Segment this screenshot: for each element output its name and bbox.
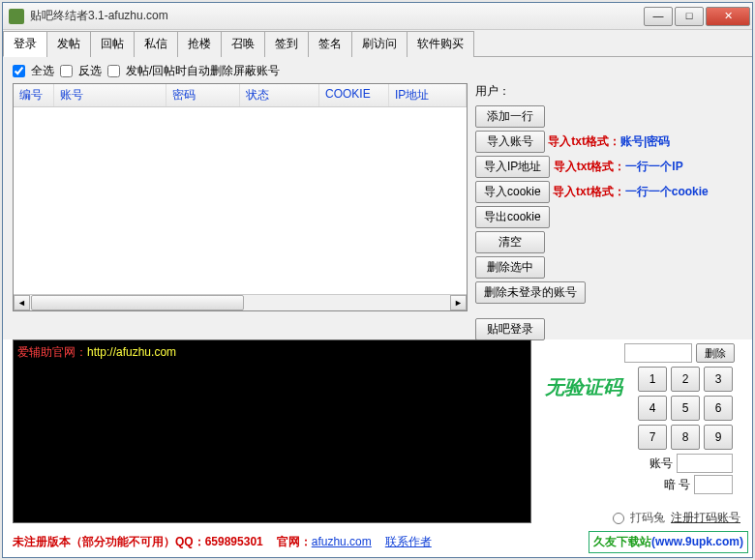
watermark: 久友下载站(www.9upk.com) <box>589 531 748 553</box>
close-button[interactable]: ✕ <box>706 7 750 26</box>
scroll-left-icon[interactable]: ◄ <box>14 295 30 310</box>
titlebar[interactable]: 贴吧终结者3.1-afuzhu.com — □ ✕ <box>3 3 752 30</box>
select-all-label: 全选 <box>31 63 54 79</box>
import-ip-button[interactable]: 导入IP地址 <box>475 156 550 178</box>
console-url: http://afuzhu.com <box>87 345 176 359</box>
contact-link[interactable]: 联系作者 <box>385 534 432 550</box>
account-label: 账号 <box>649 456 673 472</box>
import-cookie-button[interactable]: 导入cookie <box>475 181 550 203</box>
tab-login[interactable]: 登录 <box>3 31 47 57</box>
hint-acct-b: 账号|密码 <box>620 134 670 148</box>
numpad-1[interactable]: 1 <box>638 367 667 392</box>
dama-password-input[interactable] <box>694 475 733 494</box>
tieba-login-button[interactable]: 贴吧登录 <box>475 318 545 340</box>
site-label: 官网： <box>277 535 312 548</box>
export-cookie-button[interactable]: 导出cookie <box>475 206 550 228</box>
watermark-name: 久友下载站 <box>593 535 651 548</box>
tab-signin[interactable]: 签到 <box>264 31 309 57</box>
hint-cookie-a: 导入txt格式： <box>553 185 625 198</box>
tab-summon[interactable]: 召唤 <box>221 31 265 57</box>
numpad-7[interactable]: 7 <box>638 425 667 450</box>
delete-unlogged-button[interactable]: 删除未登录的账号 <box>475 281 586 304</box>
import-account-button[interactable]: 导入账号 <box>475 131 545 153</box>
auto-delete-checkbox[interactable] <box>107 65 120 77</box>
scroll-track[interactable] <box>245 295 450 310</box>
watermark-url: (www.9upk.com) <box>651 535 743 548</box>
numpad-4[interactable]: 4 <box>638 396 667 421</box>
hint-acct-a: 导入txt格式： <box>548 134 620 148</box>
console-output[interactable]: 爱辅助官网：http://afuzhu.com <box>13 339 531 523</box>
invert-label: 反选 <box>78 63 102 79</box>
dama-radio[interactable] <box>613 513 624 524</box>
site-link[interactable]: afuzhu.com <box>312 535 372 548</box>
scroll-thumb[interactable] <box>31 295 244 310</box>
numpad-3[interactable]: 3 <box>704 367 733 392</box>
tab-grab[interactable]: 抢楼 <box>177 31 222 57</box>
invert-checkbox[interactable] <box>60 65 73 77</box>
accounts-table: 编号 账号 密码 状态 COOKIE IP地址 ◄ ► <box>13 83 468 311</box>
lower-panel: 爱辅助官网：http://afuzhu.com 删除 无验证码 1 2 3 4 … <box>3 339 752 528</box>
tab-bar: 登录 发帖 回帖 私信 抢楼 召唤 签到 签名 刷访问 软件购买 <box>3 30 752 57</box>
th-status[interactable]: 状态 <box>240 84 319 106</box>
auto-delete-label: 发帖/回帖时自动删除屏蔽账号 <box>126 63 280 79</box>
th-account[interactable]: 账号 <box>54 84 166 106</box>
side-panel: 用户： 添加一行 导入账号 导入txt格式：账号|密码 导入IP地址 导入txt… <box>475 83 742 343</box>
tab-buy[interactable]: 软件购买 <box>407 31 474 57</box>
numpad-2[interactable]: 2 <box>671 367 700 392</box>
hint-ip-b: 一行一个IP <box>625 160 682 173</box>
tab-reply[interactable]: 回帖 <box>90 31 135 57</box>
window-title: 贴吧终结者3.1-afuzhu.com <box>30 8 644 24</box>
th-cookie[interactable]: COOKIE <box>319 84 389 106</box>
numpad-5[interactable]: 5 <box>671 396 700 421</box>
clear-button[interactable]: 清空 <box>475 231 545 253</box>
table-header: 编号 账号 密码 状态 COOKIE IP地址 <box>14 84 467 107</box>
register-dama-link[interactable]: 注册打码账号 <box>671 510 740 526</box>
tab-pm[interactable]: 私信 <box>134 31 178 57</box>
numpad-8[interactable]: 8 <box>671 425 700 450</box>
add-row-button[interactable]: 添加一行 <box>475 105 545 128</box>
tab-visit[interactable]: 刷访问 <box>351 31 408 57</box>
dama-account-input[interactable] <box>677 454 733 473</box>
delete-selected-button[interactable]: 删除选中 <box>475 256 545 279</box>
scroll-right-icon[interactable]: ► <box>450 295 467 310</box>
unregistered-label: 未注册版本（部分功能不可用）QQ：659895301 <box>13 534 263 550</box>
user-label: 用户： <box>475 83 742 100</box>
maximize-button[interactable]: □ <box>675 7 704 26</box>
minimize-button[interactable]: — <box>644 7 673 26</box>
app-icon <box>9 9 24 24</box>
tab-content: 全选 反选 发帖/回帖时自动删除屏蔽账号 编号 账号 密码 状态 COOKIE … <box>3 57 752 339</box>
hint-cookie-b: 一行一个cookie <box>625 185 709 198</box>
captcha-input[interactable] <box>624 343 692 363</box>
delete-captcha-button[interactable]: 删除 <box>696 343 735 363</box>
app-window: 贴吧终结者3.1-afuzhu.com — □ ✕ 登录 发帖 回帖 私信 抢楼… <box>2 2 753 558</box>
numpad-6[interactable]: 6 <box>704 396 733 421</box>
captcha-panel: 删除 无验证码 1 2 3 4 5 6 7 8 9 <box>531 339 752 528</box>
th-password[interactable]: 密码 <box>166 84 240 106</box>
tab-signature[interactable]: 签名 <box>308 31 352 57</box>
console-label: 爱辅助官网： <box>17 345 87 359</box>
table-body[interactable] <box>14 107 467 294</box>
horizontal-scrollbar[interactable]: ◄ ► <box>14 294 467 310</box>
tab-post[interactable]: 发帖 <box>46 31 91 57</box>
dama-radio-label: 打码兔 <box>630 510 665 526</box>
th-ip[interactable]: IP地址 <box>389 84 467 106</box>
select-all-checkbox[interactable] <box>13 65 25 77</box>
password-label: 暗 号 <box>664 477 690 493</box>
th-id[interactable]: 编号 <box>14 84 54 106</box>
hint-ip-a: 导入txt格式： <box>554 160 626 173</box>
numpad-9[interactable]: 9 <box>704 425 733 450</box>
